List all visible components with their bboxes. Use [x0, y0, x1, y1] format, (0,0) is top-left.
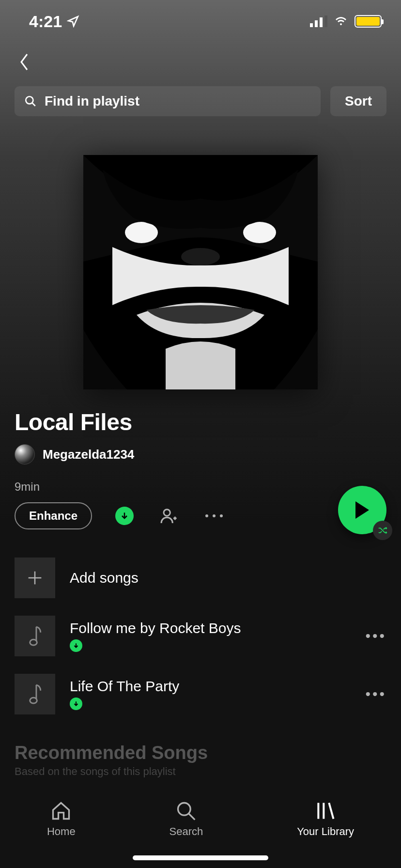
- add-user-icon: [159, 506, 178, 526]
- add-songs-thumb: [15, 558, 55, 598]
- sort-label: Sort: [345, 93, 372, 109]
- home-icon: [50, 800, 72, 822]
- download-icon: [120, 511, 129, 521]
- status-time: 4:21: [29, 12, 62, 31]
- track-downloaded-badge: [70, 639, 82, 652]
- svg-rect-1: [315, 20, 318, 27]
- nav-home-label: Home: [47, 825, 76, 838]
- nav-home[interactable]: Home: [47, 800, 76, 838]
- download-button[interactable]: [115, 507, 134, 525]
- owner-avatar: [15, 444, 35, 465]
- track-more-button[interactable]: •••: [362, 628, 386, 644]
- shuffle-button[interactable]: [373, 521, 392, 540]
- status-bar: 4:21: [0, 0, 401, 43]
- add-user-button[interactable]: [158, 505, 179, 527]
- download-icon: [73, 642, 79, 649]
- nav-library-label: Your Library: [297, 825, 354, 838]
- playlist-duration: 9min: [15, 480, 386, 494]
- nav-search-label: Search: [170, 825, 203, 838]
- plus-icon: [25, 568, 45, 588]
- svg-point-11: [164, 510, 170, 516]
- enhance-button[interactable]: Enhance: [15, 502, 92, 529]
- track-thumb: [15, 674, 55, 714]
- chevron-left-icon: [18, 52, 30, 72]
- back-button[interactable]: [15, 52, 34, 72]
- svg-line-29: [329, 803, 333, 819]
- bottom-nav: Home Search Your Library: [0, 786, 401, 868]
- search-input[interactable]: [45, 93, 311, 109]
- recommended-subtitle: Based on the songs of this playlist: [15, 765, 386, 778]
- nav-library[interactable]: Your Library: [297, 800, 354, 838]
- home-indicator[interactable]: [133, 855, 268, 860]
- download-icon: [73, 700, 79, 707]
- svg-rect-3: [324, 16, 327, 27]
- svg-point-7: [125, 222, 158, 243]
- recommended-title: Recommended Songs: [15, 743, 386, 763]
- wifi-icon: [333, 16, 349, 27]
- location-icon: [67, 15, 79, 28]
- music-note-icon: [26, 625, 44, 647]
- music-note-icon: [26, 683, 44, 705]
- track-thumb: [15, 616, 55, 656]
- svg-point-16: [220, 514, 223, 517]
- add-songs-row[interactable]: Add songs: [15, 549, 386, 607]
- search-icon: [24, 95, 37, 108]
- nav-search[interactable]: Search: [170, 800, 203, 838]
- track-row[interactable]: Follow me by Rocket Boys •••: [15, 607, 386, 665]
- add-songs-label: Add songs: [70, 570, 139, 586]
- svg-point-14: [205, 514, 208, 517]
- search-box[interactable]: [15, 86, 321, 116]
- battery-icon: [355, 15, 382, 28]
- shuffle-icon: [377, 525, 388, 536]
- track-row[interactable]: Life Of The Party •••: [15, 665, 386, 723]
- track-title: Follow me by Rocket Boys: [70, 620, 241, 636]
- play-icon: [354, 500, 371, 520]
- svg-point-9: [181, 248, 220, 265]
- svg-rect-0: [310, 23, 313, 27]
- more-button[interactable]: [203, 505, 225, 527]
- svg-line-26: [189, 814, 195, 820]
- svg-line-5: [32, 103, 35, 106]
- more-icon: [204, 513, 224, 518]
- svg-point-25: [178, 803, 191, 816]
- recommended-section: Recommended Songs Based on the songs of …: [0, 723, 401, 778]
- track-title: Life Of The Party: [70, 678, 179, 695]
- svg-point-23: [30, 698, 37, 703]
- svg-point-8: [243, 222, 276, 243]
- search-icon: [175, 800, 197, 822]
- svg-point-15: [213, 514, 216, 517]
- track-more-button[interactable]: •••: [362, 686, 386, 702]
- svg-point-20: [30, 639, 37, 645]
- owner-row[interactable]: Megazelda1234: [15, 444, 386, 465]
- playlist-cover[interactable]: [83, 155, 318, 389]
- svg-point-4: [26, 96, 33, 104]
- cellular-icon: [310, 16, 327, 27]
- sort-button[interactable]: Sort: [330, 86, 386, 116]
- enhance-label: Enhance: [29, 509, 77, 522]
- track-downloaded-badge: [70, 698, 82, 710]
- playlist-title: Local Files: [15, 409, 386, 435]
- svg-rect-2: [320, 17, 323, 27]
- library-icon: [315, 800, 336, 822]
- owner-name: Megazelda1234: [43, 447, 134, 462]
